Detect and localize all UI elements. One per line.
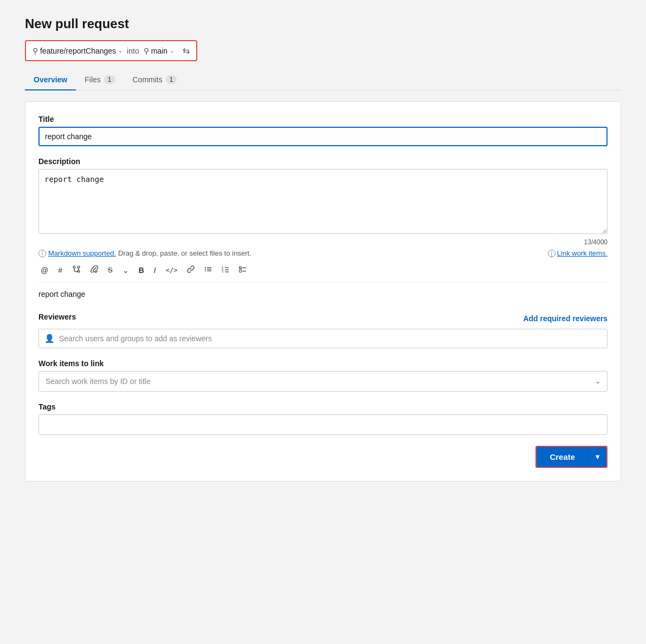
svg-point-7	[205, 270, 206, 271]
tab-files-label: Files	[85, 75, 101, 84]
work-items-chevron-icon: ⌄	[595, 378, 600, 385]
tags-label: Tags	[38, 402, 608, 411]
svg-point-0	[73, 266, 75, 268]
link-button[interactable]	[185, 264, 197, 276]
into-text: into	[127, 47, 139, 55]
bullet-list-button[interactable]	[202, 264, 214, 276]
tab-commits-badge: 1	[166, 75, 177, 84]
editor-toolbar: @ # S	[38, 261, 608, 279]
description-preview: report change	[38, 287, 608, 302]
more-format-button[interactable]: ⌄	[120, 265, 131, 276]
strikethrough-button[interactable]: S	[106, 265, 115, 275]
svg-point-2	[77, 266, 80, 268]
tags-input[interactable]	[38, 414, 608, 435]
reviewers-group: Reviewers Add required reviewers 👤 Searc…	[38, 313, 608, 348]
branch-button[interactable]	[70, 264, 83, 276]
tab-overview[interactable]: Overview	[25, 70, 76, 90]
form-footer: Create ▼	[38, 446, 608, 468]
branch-icon-target: ⚲	[144, 47, 149, 55]
italic-button[interactable]: I	[152, 265, 158, 276]
create-dropdown-button[interactable]: ▼	[588, 447, 606, 467]
markdown-info-icon: i	[38, 250, 46, 257]
title-label: Title	[38, 115, 608, 123]
work-items-label: Work items to link	[38, 359, 608, 368]
work-items-group: Work items to link Search work items by …	[38, 359, 608, 392]
markdown-hint: Drag & drop, paste, or select files to i…	[118, 249, 251, 257]
link-work-items-text: Link work items.	[557, 249, 608, 257]
markdown-link[interactable]: Markdown supported.	[48, 249, 116, 257]
toolbar-divider	[38, 282, 608, 282]
pr-form-card: Title Description report change 13/4000 …	[25, 101, 621, 482]
tab-commits-label: Commits	[133, 75, 163, 84]
page-container: New pull request ⚲ feature/reportChanges…	[25, 16, 621, 482]
description-label: Description	[38, 157, 608, 166]
work-items-select[interactable]: Search work items by ID or title ⌄	[38, 371, 608, 392]
svg-point-6	[205, 269, 206, 270]
tab-overview-label: Overview	[34, 75, 67, 84]
tags-group: Tags	[38, 402, 608, 435]
create-dropdown-chevron-icon: ▼	[594, 453, 601, 461]
hashtag-button[interactable]: #	[56, 265, 64, 276]
branch-icon-source: ⚲	[33, 47, 38, 55]
title-input[interactable]	[38, 127, 608, 146]
add-required-reviewers-link[interactable]: Add required reviewers	[523, 314, 608, 323]
swap-branches-icon[interactable]: ⇆	[183, 45, 190, 56]
create-button-group: Create ▼	[535, 446, 608, 468]
task-list-button[interactable]	[237, 264, 249, 276]
title-group: Title	[38, 115, 608, 146]
tab-files[interactable]: Files 1	[76, 70, 124, 90]
svg-point-5	[205, 267, 206, 268]
reviewer-placeholder-text: Search users and groups to add as review…	[59, 334, 212, 343]
branch-selector: ⚲ feature/reportChanges ⌄ into ⚲ main ⌄ …	[25, 40, 197, 61]
reviewers-label: Reviewers	[38, 313, 76, 321]
source-branch-label: feature/reportChanges	[40, 47, 116, 55]
source-branch-chevron: ⌄	[118, 48, 122, 54]
code-button[interactable]: </>	[164, 265, 180, 275]
target-branch-button[interactable]: ⚲ main ⌄	[144, 47, 174, 55]
link-work-items-info-icon: i	[548, 250, 555, 257]
tabs-bar: Overview Files 1 Commits 1	[25, 70, 621, 90]
svg-text:3.: 3.	[222, 270, 224, 273]
markdown-left: i Markdown supported. Drag & drop, paste…	[38, 249, 251, 257]
description-group: Description report change 13/4000 i Mark…	[38, 157, 608, 302]
bold-button[interactable]: B	[137, 265, 146, 276]
reviewer-search-field[interactable]: 👤 Search users and groups to add as revi…	[38, 329, 608, 348]
svg-rect-19	[240, 270, 242, 272]
reviewers-header: Reviewers Add required reviewers	[38, 313, 608, 324]
attach-button[interactable]	[88, 264, 100, 276]
markdown-bar: i Markdown supported. Drag & drop, paste…	[38, 249, 608, 257]
char-count: 13/4000	[38, 238, 608, 246]
numbered-list-button[interactable]: 1. 2. 3.	[219, 264, 231, 276]
target-branch-label: main	[151, 47, 167, 55]
mention-button[interactable]: @	[38, 265, 50, 276]
description-textarea[interactable]: report change	[38, 169, 608, 234]
tab-files-badge: 1	[104, 75, 115, 84]
tab-commits[interactable]: Commits 1	[124, 70, 186, 90]
source-branch-button[interactable]: ⚲ feature/reportChanges ⌄	[33, 47, 122, 55]
work-items-placeholder: Search work items by ID or title	[46, 377, 151, 386]
link-work-items-button[interactable]: i Link work items.	[548, 249, 608, 257]
create-button[interactable]: Create	[537, 447, 588, 467]
target-branch-chevron: ⌄	[170, 48, 174, 54]
reviewer-search-icon: 👤	[44, 334, 55, 343]
page-title: New pull request	[25, 16, 621, 31]
